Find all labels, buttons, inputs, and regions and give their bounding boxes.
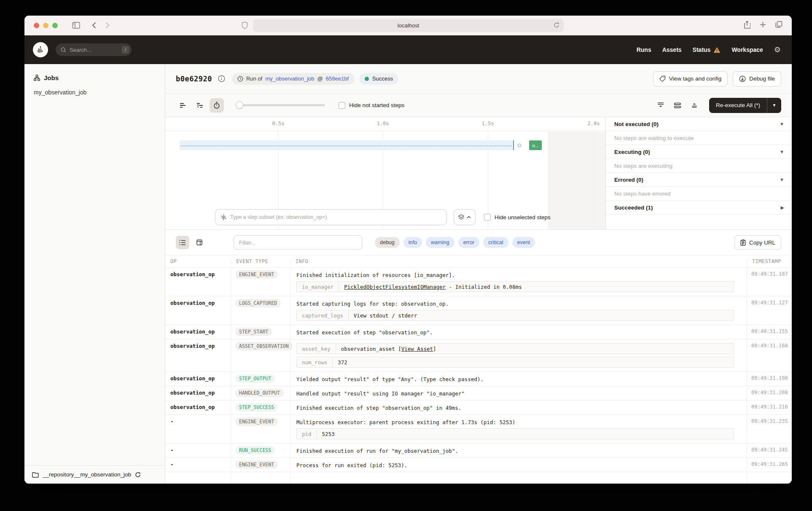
metadata-text: ] <box>433 346 436 352</box>
metadata-value[interactable]: View stdout / stderr <box>349 312 422 319</box>
log-type-cell: STEP_SUCCESS <box>231 401 290 414</box>
reexecute-dropdown-button[interactable]: ▼ <box>767 98 781 113</box>
expand-panel-button[interactable] <box>687 98 702 113</box>
chevron-down-icon: ▼ <box>780 149 784 154</box>
copy-url-button[interactable]: Copy URL <box>734 235 781 250</box>
address-bar[interactable]: localhost <box>253 19 564 32</box>
reload-icon[interactable] <box>554 22 559 30</box>
job-link[interactable]: my_observation_job <box>265 75 314 82</box>
log-row[interactable]: observation_op LOGS_CAPTURED Started cap… <box>165 296 792 325</box>
step-subset-input[interactable] <box>230 214 441 220</box>
panel-empty-text: No steps have errored <box>614 191 671 197</box>
timed-view-button[interactable] <box>210 98 224 113</box>
success-dot-icon <box>365 77 369 81</box>
log-filter-input[interactable] <box>234 235 362 250</box>
new-tab-icon[interactable] <box>760 22 766 30</box>
hide-unselected-checkbox[interactable] <box>484 214 491 221</box>
zoom-window-button[interactable] <box>52 23 58 28</box>
log-row[interactable]: observation_op HANDLED_OUTPUT Handled ou… <box>165 386 792 401</box>
commit-link[interactable]: 659ee1bf <box>326 75 349 82</box>
log-structured-view-button[interactable] <box>193 236 206 249</box>
repository-row: __repository__my_observation_job <box>24 465 165 484</box>
search-input[interactable]: Search... / <box>56 43 132 56</box>
step-subset-input-wrap <box>215 209 447 225</box>
level-chip-critical[interactable]: critical <box>483 237 508 248</box>
view-tags-config-button[interactable]: View tags and config <box>653 71 728 86</box>
reexecute-all-button[interactable]: Re-execute All (*) <box>709 98 767 113</box>
share-icon[interactable] <box>744 21 750 30</box>
run-id: b0e62920 <box>176 75 212 83</box>
step-bar-observation-op[interactable]: o... <box>529 140 542 150</box>
log-list-view-button[interactable] <box>176 236 189 249</box>
log-op: observation_op <box>165 372 231 386</box>
log-row[interactable]: observation_op STEP_OUTPUT Yielded outpu… <box>165 372 792 386</box>
browser-forward-button[interactable] <box>105 22 110 29</box>
dagster-logo[interactable] <box>33 42 48 57</box>
header-event-type: EVENT TYPE <box>231 258 290 264</box>
log-row[interactable]: observation_op ASSET_OBSERVATION asset_k… <box>165 339 792 372</box>
panel-section-not-executed[interactable]: Not executed (0) ▼ <box>606 117 792 131</box>
layers-icon <box>458 214 464 220</box>
view-asset-link[interactable]: View Asset <box>401 346 433 352</box>
nav-workspace[interactable]: Workspace <box>731 46 763 53</box>
nav-status-wrap[interactable]: Status <box>693 46 721 53</box>
log-table-filler <box>165 472 792 484</box>
log-row[interactable]: - RUN_SUCCESS Finished execution of run … <box>165 444 792 458</box>
step-bar-label: o... <box>532 143 538 148</box>
search-placeholder: Search... <box>70 47 122 53</box>
log-timestamp: 09:49:31.168 <box>747 339 792 371</box>
log-row[interactable]: - ENGINE_EVENT Process for run exited (p… <box>165 458 792 472</box>
minimize-window-button[interactable] <box>43 23 48 28</box>
jobs-sidebar: Jobs my_observation_job __repository__my… <box>24 64 165 484</box>
graph-options-button[interactable] <box>454 209 476 225</box>
browser-sidebar-icon[interactable] <box>72 22 80 29</box>
level-chip-error[interactable]: error <box>458 237 479 248</box>
zoom-slider[interactable] <box>237 104 325 106</box>
metadata-value: 372 <box>333 359 352 366</box>
log-row[interactable]: observation_op ENGINE_EVENT Finished ini… <box>165 268 792 296</box>
log-op: observation_op <box>165 268 231 296</box>
nav-status[interactable]: Status <box>693 46 711 53</box>
collapse-panel-button[interactable] <box>653 98 668 113</box>
stopwatch-icon <box>213 102 220 109</box>
level-chip-debug[interactable]: debug <box>375 237 400 248</box>
log-message: Started execution of step "observation_o… <box>296 328 741 336</box>
log-op: observation_op <box>165 339 231 371</box>
event-type-badge: LOGS_CAPTURED <box>235 299 281 307</box>
nav-links: Runs Assets Status Workspace ⚙ <box>637 46 792 54</box>
debug-file-button[interactable]: Debug file <box>733 71 781 86</box>
event-type-badge: STEP_START <box>235 328 272 336</box>
reload-repo-icon[interactable] <box>135 472 141 478</box>
reexecute-button-group: Re-execute All (*) ▼ <box>709 98 781 113</box>
run-content: b0e62920 Run of my_observation_job @ 659… <box>165 64 792 484</box>
panel-section-executing[interactable]: Executing (0) ▼ <box>606 145 792 159</box>
hide-not-started-label: Hide not started steps <box>349 102 404 108</box>
split-panel-button[interactable] <box>670 98 685 113</box>
log-table-header: OP EVENT TYPE INFO TIMESTAMP <box>165 255 792 268</box>
browser-back-button[interactable] <box>92 22 96 29</box>
nav-assets[interactable]: Assets <box>662 46 682 53</box>
nav-runs[interactable]: Runs <box>637 46 651 53</box>
zoom-slider-knob[interactable] <box>236 101 243 109</box>
shield-icon[interactable] <box>242 22 248 31</box>
metadata-value: PickledObjectFilesystemIOManager - Initi… <box>339 284 527 290</box>
log-row[interactable]: observation_op STEP_SUCCESS Finished exe… <box>165 401 792 415</box>
log-op: observation_op <box>165 296 231 325</box>
info-icon[interactable] <box>218 75 225 82</box>
waterfall-view-button[interactable] <box>193 98 207 113</box>
metadata-link[interactable]: PickledObjectFilesystemIOManager <box>344 284 446 290</box>
panel-section-errored[interactable]: Errored (0) ▼ <box>606 173 792 187</box>
sidebar-item-my-observation-job[interactable]: my_observation_job <box>24 81 165 96</box>
level-chip-event[interactable]: event <box>512 237 535 248</box>
level-chip-warning[interactable]: warning <box>426 237 454 248</box>
gear-icon[interactable]: ⚙ <box>774 46 781 54</box>
level-chip-info[interactable]: info <box>403 237 422 248</box>
close-window-button[interactable] <box>34 23 39 28</box>
hide-not-started-checkbox[interactable] <box>339 102 345 109</box>
log-row[interactable]: - ENGINE_EVENT Multiprocess executor: pa… <box>165 415 792 444</box>
panel-section-succeeded[interactable]: Succeeded (1) ▶ <box>606 201 792 215</box>
tab-overview-icon[interactable] <box>775 21 782 30</box>
flat-view-button[interactable] <box>176 98 190 113</box>
log-row[interactable]: observation_op STEP_START Started execut… <box>165 325 792 339</box>
step-status-panel: Not executed (0) ▼ No steps are waiting … <box>606 117 792 229</box>
